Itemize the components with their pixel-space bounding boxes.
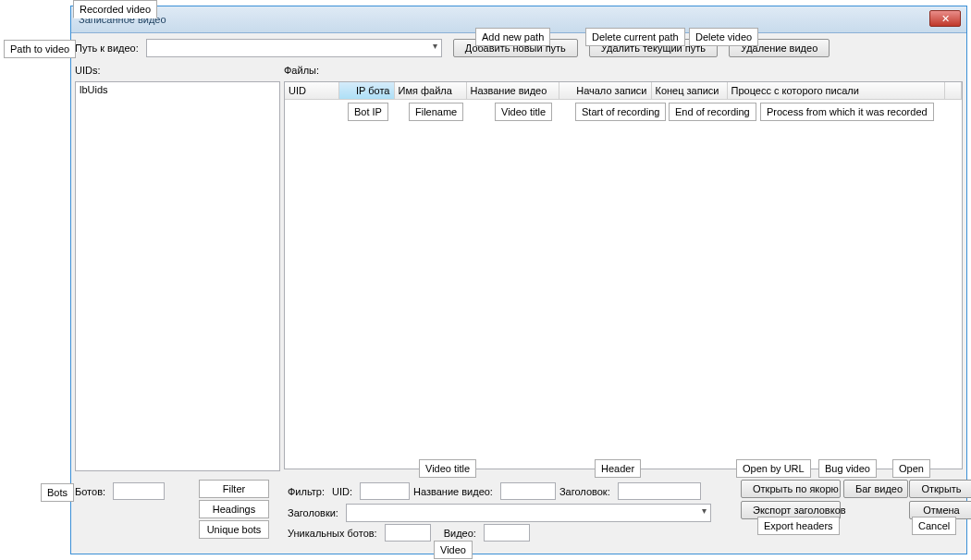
- filter-header-field[interactable]: [618, 482, 701, 500]
- unique-bots-field[interactable]: [385, 524, 431, 542]
- annot-header: Header: [595, 459, 641, 478]
- annot-video-title: Video title: [419, 459, 476, 478]
- annot-video-title-col: Video title: [495, 103, 552, 121]
- annot-delete-current-path: Delete current path: [585, 28, 685, 46]
- filter-uid-field[interactable]: [360, 482, 410, 500]
- annot-path-to-video: Path to video: [4, 40, 76, 58]
- headings-combo[interactable]: [346, 504, 711, 522]
- files-grid[interactable]: UID IP бота Имя файла Название видео Нач…: [284, 81, 963, 469]
- open-anchor-button[interactable]: Открыть по якорю: [741, 480, 841, 498]
- uid-listbox[interactable]: lbUids: [75, 81, 280, 471]
- window-recorded-video: Записанное видео ✕ Путь к видео: Добавит…: [70, 6, 967, 554]
- unique-bots-button-annot[interactable]: Unique bots: [199, 520, 269, 539]
- label-filter-uid: UID:: [332, 486, 356, 497]
- bug-video-button[interactable]: Баг видео: [843, 480, 908, 498]
- annot-video: Video: [434, 541, 473, 559]
- tab-recorded-video[interactable]: Recorded video: [73, 0, 157, 18]
- annot-bots: Bots: [41, 483, 74, 502]
- annot-process-from: Process from which it was recorded: [760, 103, 934, 121]
- label-uids: UIDs:: [75, 65, 284, 76]
- list-item[interactable]: lbUids: [80, 84, 276, 95]
- col-filename[interactable]: Имя файла: [394, 82, 466, 99]
- col-end[interactable]: Конец записи: [651, 82, 727, 99]
- video-count-field[interactable]: [484, 524, 530, 542]
- annot-add-new-path: Add new path: [475, 28, 550, 46]
- label-path: Путь к видео:: [75, 43, 142, 54]
- col-process[interactable]: Процесс с которого писали: [727, 82, 945, 99]
- headings-button-annot[interactable]: Headings: [199, 500, 269, 518]
- col-ip[interactable]: IP бота: [338, 82, 394, 99]
- label-video-title-ru: Название видео:: [413, 486, 497, 497]
- annot-delete-video: Delete video: [689, 28, 758, 46]
- annot-bug-video: Bug video: [818, 459, 877, 478]
- col-title[interactable]: Название видео: [466, 82, 559, 99]
- annot-open: Open: [892, 459, 930, 478]
- col-spacer: [945, 82, 962, 99]
- label-unique-bots-ru: Уникальных ботов:: [288, 528, 381, 539]
- annot-bot-ip: Bot IP: [348, 103, 388, 121]
- col-uid[interactable]: UID: [285, 82, 338, 99]
- annot-filename: Filename: [409, 103, 463, 121]
- filter-title-field[interactable]: [500, 482, 556, 500]
- annot-open-by-url: Open by URL: [736, 459, 811, 478]
- label-header-ru: Заголовок:: [559, 486, 614, 497]
- label-filter: Фильтр:: [288, 486, 328, 497]
- label-bots: Ботов:: [75, 486, 109, 497]
- close-icon: ✕: [941, 6, 950, 31]
- combo-path[interactable]: [146, 39, 442, 57]
- label-files: Файлы:: [284, 65, 319, 76]
- col-start[interactable]: Начало записи: [559, 82, 651, 99]
- label-video-ru: Видео:: [444, 528, 480, 539]
- filter-button-annot[interactable]: Filter: [199, 480, 269, 498]
- open-button[interactable]: Открыть: [909, 480, 971, 498]
- annot-end-recording: End of recording: [669, 103, 756, 121]
- close-button[interactable]: ✕: [929, 10, 961, 27]
- annot-export-headers: Export headers: [757, 517, 840, 535]
- annot-cancel: Cancel: [912, 517, 956, 535]
- bots-count-field[interactable]: [113, 482, 165, 500]
- annot-start-recording: Start of recording: [575, 103, 666, 121]
- label-headings-ru: Заголовки:: [288, 507, 342, 518]
